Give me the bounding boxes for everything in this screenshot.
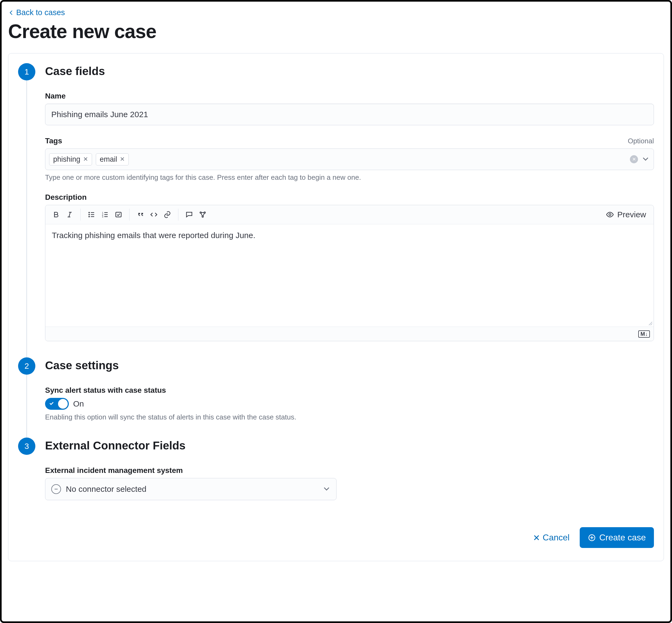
timeline-icon[interactable]	[197, 209, 209, 220]
svg-point-7	[89, 216, 90, 217]
sync-state-label: On	[73, 399, 84, 408]
description-editor: 123	[45, 205, 654, 341]
step-case-settings: 2 Case settings Sync alert status with c…	[18, 357, 654, 438]
step-number-2: 2	[18, 357, 35, 375]
name-input[interactable]	[45, 103, 654, 125]
name-label: Name	[45, 92, 66, 100]
quote-icon[interactable]	[134, 209, 146, 220]
plus-circle-icon	[588, 534, 596, 542]
connector-field-row: External incident management system No c…	[45, 466, 654, 500]
step-external-connector: 3 External Connector Fields External inc…	[18, 438, 654, 516]
close-icon	[533, 534, 540, 541]
step-number-3: 3	[18, 438, 35, 455]
create-case-panel: 1 Case fields Name Tags Optional phishin…	[8, 53, 664, 561]
svg-point-19	[609, 213, 611, 216]
name-field-row: Name	[45, 92, 654, 125]
step-connector-line	[26, 81, 27, 368]
svg-point-5	[89, 214, 90, 215]
svg-line-21	[651, 324, 652, 325]
sync-label: Sync alert status with case status	[45, 386, 166, 395]
checklist-icon[interactable]	[113, 209, 124, 220]
clear-tags-icon[interactable]: ✕	[630, 155, 638, 163]
svg-text:3: 3	[102, 215, 103, 218]
bold-icon[interactable]	[50, 209, 62, 220]
sync-toggle[interactable]	[45, 398, 69, 410]
svg-point-16	[200, 212, 201, 213]
code-icon[interactable]	[148, 209, 160, 220]
svg-line-2	[69, 212, 70, 217]
tags-help-text: Type one or more custom identifying tags…	[45, 173, 654, 182]
create-case-label: Create case	[599, 533, 646, 542]
sync-help-text: Enabling this option will sync the statu…	[45, 413, 654, 421]
back-link-label: Back to cases	[16, 8, 65, 17]
form-actions: Cancel Create case	[18, 527, 654, 548]
svg-line-20	[649, 322, 652, 325]
connector-select[interactable]: No connector selected	[45, 478, 337, 500]
tag-phishing: phishing ✕	[49, 153, 92, 166]
tags-field-row: Tags Optional phishing ✕ email ✕ ✕	[45, 137, 654, 182]
chevron-down-icon[interactable]	[642, 155, 649, 164]
create-case-button[interactable]: Create case	[580, 527, 654, 548]
preview-label: Preview	[617, 210, 646, 219]
page-title: Create new case	[8, 20, 664, 42]
toggle-knob	[58, 399, 68, 409]
description-text: Tracking phishing emails that were repor…	[52, 231, 255, 240]
link-icon[interactable]	[161, 209, 173, 220]
markdown-icon[interactable]: M↓	[638, 330, 650, 338]
ordered-list-icon[interactable]: 123	[99, 209, 111, 220]
minus-circle-icon	[51, 484, 61, 494]
back-to-cases-link[interactable]: Back to cases	[8, 8, 65, 17]
connector-label: External incident management system	[45, 466, 183, 475]
step-title-case-settings: Case settings	[45, 359, 654, 372]
description-field-row: Description 123	[45, 193, 654, 341]
preview-button[interactable]: Preview	[603, 208, 649, 221]
svg-point-18	[202, 216, 204, 217]
italic-icon[interactable]	[64, 209, 75, 220]
eye-icon	[606, 211, 614, 219]
description-label: Description	[45, 193, 87, 202]
tag-label: email	[100, 155, 117, 164]
step-title-case-fields: Case fields	[45, 65, 654, 78]
tags-optional-label: Optional	[628, 137, 654, 145]
tag-email: email ✕	[96, 153, 129, 166]
bullet-list-icon[interactable]	[86, 209, 97, 220]
sync-field-row: Sync alert status with case status On En…	[45, 386, 654, 421]
check-icon	[49, 400, 54, 407]
tags-input[interactable]: phishing ✕ email ✕ ✕	[45, 148, 654, 170]
chevron-down-icon	[323, 485, 330, 494]
step-title-external-connector: External Connector Fields	[45, 439, 654, 452]
tag-remove-icon[interactable]: ✕	[83, 156, 88, 163]
comment-icon[interactable]	[183, 209, 195, 220]
connector-value: No connector selected	[66, 484, 147, 494]
chevron-left-icon	[8, 9, 14, 16]
editor-footer: M↓	[45, 327, 654, 341]
cancel-label: Cancel	[543, 533, 570, 542]
resize-handle-icon[interactable]	[647, 320, 652, 326]
description-textarea[interactable]: Tracking phishing emails that were repor…	[45, 224, 654, 327]
svg-point-17	[204, 212, 205, 213]
tags-label: Tags	[45, 137, 62, 145]
step-case-fields: 1 Case fields Name Tags Optional phishin…	[18, 63, 654, 357]
svg-rect-15	[116, 212, 121, 217]
svg-point-3	[89, 212, 90, 213]
tag-label: phishing	[53, 155, 81, 164]
editor-toolbar: 123	[45, 205, 654, 224]
step-number-1: 1	[18, 63, 35, 81]
cancel-button[interactable]: Cancel	[530, 529, 573, 546]
tag-remove-icon[interactable]: ✕	[120, 156, 125, 163]
